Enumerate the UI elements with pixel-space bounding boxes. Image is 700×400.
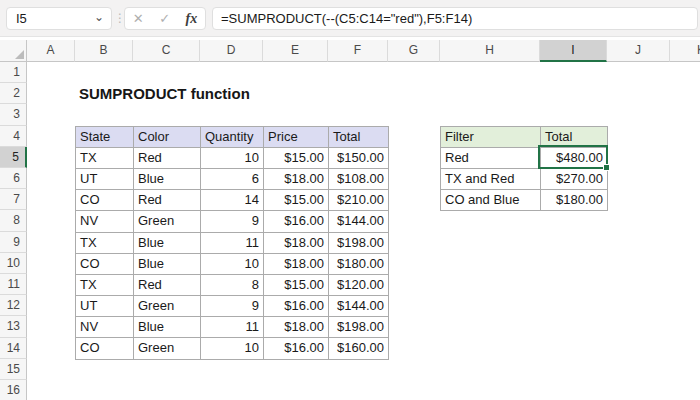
cell-D5[interactable]: 10	[201, 148, 264, 169]
cell-C10[interactable]: Blue	[134, 254, 201, 275]
row-header-4[interactable]: 4	[0, 126, 27, 147]
select-all-corner[interactable]	[0, 40, 27, 62]
cell-D8[interactable]: 9	[201, 211, 264, 232]
cell-D7[interactable]: 14	[201, 190, 264, 211]
cell-E10[interactable]: $18.00	[264, 254, 329, 275]
row-header-12[interactable]: 12	[0, 295, 27, 316]
column-header-D[interactable]: D	[200, 40, 263, 62]
cell-B4[interactable]: State	[76, 127, 134, 148]
cell-F12[interactable]: $144.00	[329, 296, 389, 317]
cancel-icon[interactable]: ✕	[133, 11, 144, 26]
row-header-8[interactable]: 8	[0, 210, 27, 231]
column-header-F[interactable]: F	[328, 40, 388, 62]
cell-C11[interactable]: Red	[134, 275, 201, 296]
cell-H6[interactable]: TX and Red	[441, 169, 541, 190]
cell-E8[interactable]: $16.00	[264, 211, 329, 232]
cell-F11[interactable]: $120.00	[329, 275, 389, 296]
row-header-2[interactable]: 2	[0, 83, 27, 104]
cell-I6[interactable]: $270.00	[541, 169, 608, 190]
cell-B7[interactable]: CO	[76, 190, 134, 211]
cell-D9[interactable]: 11	[201, 233, 264, 254]
cell-F13[interactable]: $198.00	[329, 317, 389, 338]
sheet-title[interactable]: SUMPRODUCT function	[79, 83, 250, 104]
cell-C6[interactable]: Blue	[134, 169, 201, 190]
cell-E13[interactable]: $18.00	[264, 317, 329, 338]
row-header-15[interactable]: 15	[0, 359, 27, 380]
row-header-14[interactable]: 14	[0, 338, 27, 359]
row-header-11[interactable]: 11	[0, 274, 27, 295]
formula-input[interactable]: =SUMPRODUCT(--(C5:C14="red"),F5:F14)	[212, 7, 698, 30]
cell-C12[interactable]: Green	[134, 296, 201, 317]
table-row: TXRed10$15.00$150.00	[76, 148, 389, 169]
name-box[interactable]: I5 ⌄	[6, 7, 112, 30]
column-header-G[interactable]: G	[388, 40, 440, 62]
column-header-A[interactable]: A	[27, 40, 75, 62]
row-header-7[interactable]: 7	[0, 189, 27, 210]
fill-handle[interactable]	[603, 164, 610, 171]
cell-F5[interactable]: $150.00	[329, 148, 389, 169]
row-header-9[interactable]: 9	[0, 232, 27, 253]
row-header-3[interactable]: 3	[0, 104, 27, 125]
row-header-5[interactable]: 5	[0, 147, 27, 168]
row-header-10[interactable]: 10	[0, 253, 27, 274]
cell-H7[interactable]: CO and Blue	[441, 190, 541, 211]
column-header-C[interactable]: C	[133, 40, 200, 62]
cell-D14[interactable]: 10	[201, 338, 264, 359]
cell-E9[interactable]: $18.00	[264, 233, 329, 254]
cell-D10[interactable]: 10	[201, 254, 264, 275]
row-header-1[interactable]: 1	[0, 62, 27, 83]
cell-B10[interactable]: CO	[76, 254, 134, 275]
cell-C5[interactable]: Red	[134, 148, 201, 169]
cell-E4[interactable]: Price	[264, 127, 329, 148]
cell-D6[interactable]: 6	[201, 169, 264, 190]
row-header-13[interactable]: 13	[0, 316, 27, 337]
insert-function-icon[interactable]: fx	[186, 11, 198, 27]
cell-F10[interactable]: $180.00	[329, 254, 389, 275]
cell-H4[interactable]: Filter	[441, 127, 541, 148]
table-row: CORed14$15.00$210.00	[76, 190, 389, 211]
cell-E5[interactable]: $15.00	[264, 148, 329, 169]
cell-B8[interactable]: NV	[76, 211, 134, 232]
cell-C9[interactable]: Blue	[134, 233, 201, 254]
cell-F7[interactable]: $210.00	[329, 190, 389, 211]
cell-C13[interactable]: Blue	[134, 317, 201, 338]
cell-B12[interactable]: UT	[76, 296, 134, 317]
column-header-B[interactable]: B	[75, 40, 133, 62]
cell-D13[interactable]: 11	[201, 317, 264, 338]
chevron-down-icon[interactable]: ⌄	[94, 7, 104, 28]
cell-B14[interactable]: CO	[76, 338, 134, 359]
cell-B13[interactable]: NV	[76, 317, 134, 338]
column-header-K[interactable]: K	[670, 40, 700, 62]
row-header-16[interactable]: 16	[0, 380, 27, 400]
cell-I7[interactable]: $180.00	[541, 190, 608, 211]
cell-F8[interactable]: $144.00	[329, 211, 389, 232]
column-header-I[interactable]: I	[540, 40, 607, 62]
cell-D12[interactable]: 9	[201, 296, 264, 317]
cell-B5[interactable]: TX	[76, 148, 134, 169]
cell-C7[interactable]: Red	[134, 190, 201, 211]
cell-F4[interactable]: Total	[329, 127, 389, 148]
cell-F6[interactable]: $108.00	[329, 169, 389, 190]
cell-H5[interactable]: Red	[441, 148, 541, 169]
cell-C8[interactable]: Green	[134, 211, 201, 232]
table-row: NVGreen9$16.00$144.00	[76, 211, 389, 232]
cell-F9[interactable]: $198.00	[329, 233, 389, 254]
cell-D4[interactable]: Quantity	[201, 127, 264, 148]
enter-icon[interactable]: ✓	[159, 11, 170, 26]
column-header-E[interactable]: E	[263, 40, 328, 62]
row-header-6[interactable]: 6	[0, 168, 27, 189]
cell-C4[interactable]: Color	[134, 127, 201, 148]
cell-B9[interactable]: TX	[76, 233, 134, 254]
cell-D11[interactable]: 8	[201, 275, 264, 296]
cell-F14[interactable]: $160.00	[329, 338, 389, 359]
cell-E7[interactable]: $15.00	[264, 190, 329, 211]
cell-E6[interactable]: $18.00	[264, 169, 329, 190]
cell-E11[interactable]: $15.00	[264, 275, 329, 296]
column-header-J[interactable]: J	[607, 40, 670, 62]
cell-B6[interactable]: UT	[76, 169, 134, 190]
cell-C14[interactable]: Green	[134, 338, 201, 359]
cell-E14[interactable]: $16.00	[264, 338, 329, 359]
cell-E12[interactable]: $16.00	[264, 296, 329, 317]
cell-B11[interactable]: TX	[76, 275, 134, 296]
column-header-H[interactable]: H	[440, 40, 540, 62]
